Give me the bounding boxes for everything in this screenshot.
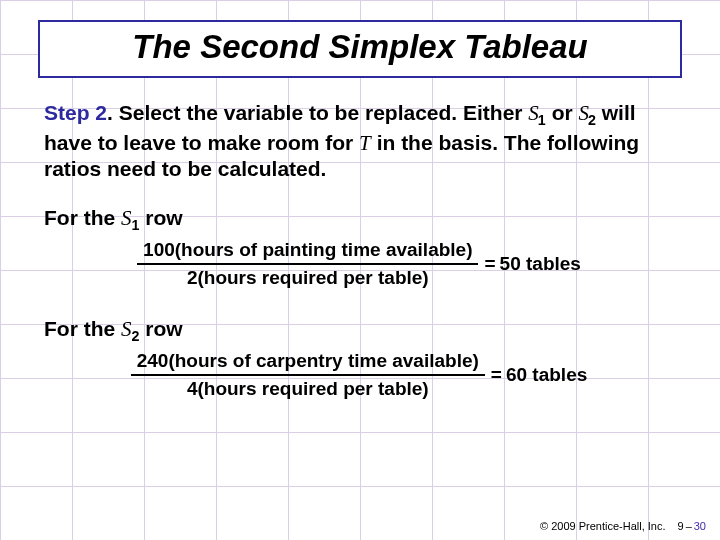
ratio-1: 100(hours of painting time available) 2(… (44, 239, 674, 289)
row1-label: For the S1 row (44, 206, 674, 233)
sub-s2: 2 (588, 112, 596, 128)
row1-label-post: row (139, 206, 182, 229)
page-dash: – (684, 520, 694, 532)
row1-label-pre: For the (44, 206, 121, 229)
row2-label-post: row (139, 317, 182, 340)
page-chapter: 9 (678, 520, 684, 532)
ratio-1-result: 50 tables (500, 253, 581, 275)
ratio-2-numerator: 240(hours of carpentry time available) (131, 350, 485, 372)
sub-s1: 1 (538, 112, 546, 128)
ratio-1-bar (137, 263, 478, 265)
ratio-2-denominator: 4(hours required per table) (181, 378, 435, 400)
step-mid1: or (546, 101, 579, 124)
step-label: Step 2 (44, 101, 107, 124)
row1-var: S (121, 206, 132, 230)
ratio-1-denominator: 2(hours required per table) (181, 267, 435, 289)
page-num: 30 (694, 520, 706, 532)
ratio-2-equals: = 60 tables (491, 364, 587, 386)
ratio-1-equals: = 50 tables (484, 253, 580, 275)
ratio-2: 240(hours of carpentry time available) 4… (44, 350, 674, 400)
ratio-2-eq-sym: = (491, 364, 502, 386)
step-period: . (107, 101, 119, 124)
step-lead: Select the variable to be replaced. Eith… (119, 101, 529, 124)
ratio-1-fraction: 100(hours of painting time available) 2(… (137, 239, 478, 289)
step-paragraph: Step 2. Select the variable to be replac… (44, 100, 674, 182)
slide-body: Step 2. Select the variable to be replac… (14, 78, 706, 400)
title-box: The Second Simplex Tableau (38, 20, 682, 78)
ratio-2-bar (131, 374, 485, 376)
ratio-1-eq-sym: = (484, 253, 495, 275)
row2-label-pre: For the (44, 317, 121, 340)
slide-title: The Second Simplex Tableau (48, 28, 672, 66)
row2-var: S (121, 317, 132, 341)
footer: © 2009 Prentice-Hall, Inc. 9–30 (540, 520, 706, 532)
var-t: T (359, 131, 371, 155)
ratio-2-fraction: 240(hours of carpentry time available) 4… (131, 350, 485, 400)
ratio-1-numerator: 100(hours of painting time available) (137, 239, 478, 261)
row2-label: For the S2 row (44, 317, 674, 344)
copyright-text: © 2009 Prentice-Hall, Inc. (540, 520, 666, 532)
page-number: 9–30 (678, 520, 707, 532)
slide-content: The Second Simplex Tableau Step 2. Selec… (0, 0, 720, 540)
ratio-2-result: 60 tables (506, 364, 587, 386)
